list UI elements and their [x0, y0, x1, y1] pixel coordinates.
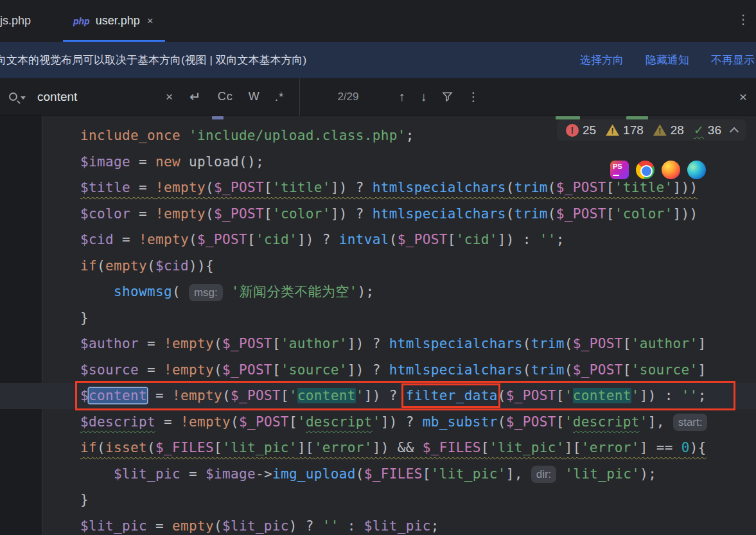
code-token: [ [481, 440, 489, 455]
code-token: ( [506, 206, 514, 222]
warning-count: 178 [623, 123, 644, 137]
code-token: $_POST [573, 336, 623, 351]
code-token: $_FILES [423, 440, 481, 455]
phpstorm-icon[interactable]: PS [610, 161, 629, 179]
code-token: 'cid' [256, 232, 297, 247]
error-icon: ! [566, 124, 579, 137]
code-token: ]) ? [347, 336, 389, 351]
whole-words-toggle[interactable]: W [249, 90, 259, 103]
filter-data-call: filter_data [406, 388, 498, 403]
code-line[interactable]: $color = !empty($_POST['color']) ? htmls… [0, 201, 756, 227]
code-token: ); [640, 466, 656, 482]
previous-match-button[interactable]: ↑ [399, 89, 405, 104]
code-line[interactable]: } [0, 305, 756, 331]
code-token: !empty [180, 414, 231, 430]
find-toolbar: content × ↵ Cc W .* 2/29 ↑ ↓ ⋮ × [0, 78, 756, 116]
search-input[interactable]: content [37, 90, 166, 104]
inspections-widget[interactable]: ! 25 ! 178 ! 28 ✓ 36 [557, 119, 746, 141]
code-token [80, 466, 114, 482]
code-token: '' [681, 388, 698, 403]
code-token: ( [389, 232, 398, 247]
code-token: [ [289, 414, 297, 430]
tabbar-more-icon[interactable]: ⋮ [735, 12, 751, 27]
clear-search-icon[interactable]: × [166, 90, 173, 104]
close-search-icon[interactable]: × [739, 89, 747, 105]
chevron-up-icon[interactable] [730, 127, 739, 136]
open-in-browser-popup: PS [610, 161, 706, 179]
code-line[interactable]: $source = !empty($_POST['source']) ? htm… [0, 357, 756, 383]
code-token: ( [97, 258, 105, 274]
code-token [223, 284, 231, 299]
code-token: htmlspecialchars [389, 336, 523, 351]
regex-toggle[interactable]: .* [275, 90, 285, 104]
tab-close-icon[interactable]: × [146, 15, 155, 28]
code-token: [ [606, 206, 615, 222]
firefox-icon[interactable] [662, 161, 680, 179]
code-token: $lit_pic [364, 518, 431, 534]
edge-icon[interactable] [687, 161, 706, 179]
code-token: 'color' [272, 206, 331, 222]
code-line[interactable]: $content = !empty($_POST['content']) ? f… [0, 383, 756, 409]
search-result-count: 2/29 [337, 91, 358, 103]
tab-js-php[interactable]: _js.php [0, 0, 44, 42]
code-token: ]) : [640, 388, 681, 403]
banner-link-choose-direction[interactable]: 选择方向 [580, 53, 624, 67]
filter-icon[interactable] [441, 91, 453, 103]
code-line[interactable]: $descript = !empty($_POST['descript']) ?… [0, 409, 756, 435]
code-token: $_FILES [364, 466, 423, 482]
code-token: ; [431, 518, 439, 534]
code-token: $color [80, 206, 130, 222]
code-token: ], [506, 466, 531, 482]
code-token: = [130, 206, 155, 222]
code-token: ]) && [373, 440, 423, 455]
code-token [180, 128, 189, 143]
code-token: [ [606, 180, 615, 195]
code-line[interactable]: } [0, 487, 756, 513]
code-token: trim [531, 336, 565, 351]
banner-link-hide-notification[interactable]: 隐藏通知 [646, 53, 689, 67]
match-case-toggle[interactable]: Cc [218, 90, 233, 103]
code-editor[interactable]: include_once 'include/upload.class.php';… [0, 116, 756, 535]
inlay-hint-dir: dir: [531, 466, 557, 483]
code-token: = [180, 466, 206, 482]
php-file-icon: php [73, 16, 90, 26]
code-line[interactable]: $author = !empty($_POST['author']) ? htm… [0, 331, 756, 357]
code-token: [ [214, 440, 222, 455]
code-token: $lit_pic [80, 518, 147, 534]
search-icon[interactable] [9, 92, 26, 101]
code-token: ) ? [289, 518, 322, 534]
code-token: htmlspecialchars [389, 362, 523, 378]
code-token: 0 [681, 440, 690, 455]
code-token: ; [406, 128, 414, 143]
code-line[interactable]: $lit_pic = empty($lit_pic) ? '' : $lit_p… [0, 513, 756, 535]
code-token: $_POST [222, 336, 272, 351]
code-token: ][ [565, 440, 581, 455]
code-token: ( [498, 388, 506, 403]
chrome-icon[interactable] [636, 161, 655, 179]
code-token: [ [264, 206, 272, 222]
code-token: $_POST [398, 232, 448, 247]
warning-icon: ! [606, 125, 619, 136]
code-token: $source [80, 362, 139, 378]
code-token: 'lit_pic' [431, 466, 506, 482]
code-token: ( [189, 232, 197, 247]
code-token: htmlspecialchars [373, 206, 506, 222]
code-line[interactable]: showmsg( msg: '新闻分类不能为空'); [0, 279, 756, 305]
newline-icon[interactable]: ↵ [189, 89, 201, 105]
code-token: trim [531, 362, 565, 378]
code-token: = [147, 518, 172, 534]
code-token: [ [556, 388, 565, 403]
code-token: 'cid' [456, 232, 498, 247]
tab-user-php[interactable]: php user.php × [63, 0, 165, 42]
next-match-button[interactable]: ↓ [421, 89, 427, 104]
code-token: 'lit_pic' [489, 440, 565, 455]
code-token: ' [356, 388, 364, 403]
banner-link-dont-show-again[interactable]: 不再显示 [711, 53, 755, 67]
code-token: [ [623, 362, 631, 378]
code-line[interactable]: $lit_pic = $image->img_upload($_FILES['l… [0, 461, 756, 487]
code-line[interactable]: if(empty($cid)){ [0, 253, 756, 279]
search-more-icon[interactable]: ⋮ [468, 89, 480, 104]
code-line[interactable]: $cid = !empty($_POST['cid']) ? intval($_… [0, 227, 756, 253]
code-token: $image [80, 154, 130, 170]
code-line[interactable]: if(isset($_FILES['lit_pic']['error']) &&… [0, 435, 756, 461]
